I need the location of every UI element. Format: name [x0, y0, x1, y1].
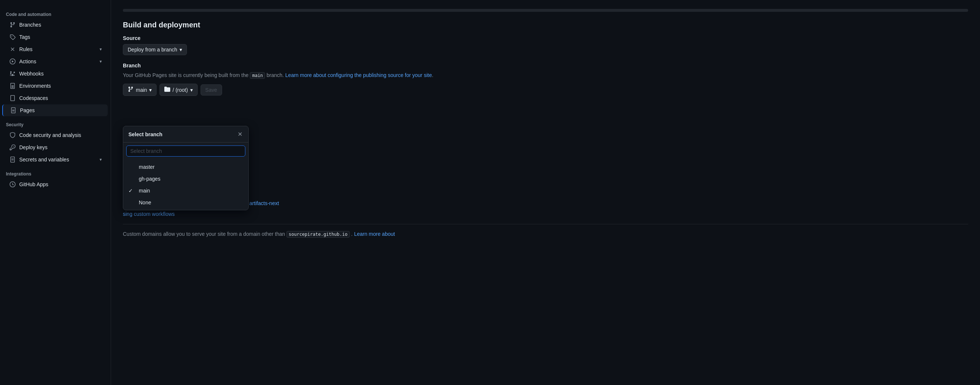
- dropdown-item-master[interactable]: master: [123, 161, 248, 173]
- sidebar-item-code-security-label: Code security and analysis: [19, 132, 102, 138]
- branch-controls: main ▾ / (root) ▾ Save: [123, 84, 968, 96]
- sidebar-item-code-security[interactable]: Code security and analysis: [3, 129, 108, 141]
- branches-icon: [9, 21, 16, 29]
- branch-search-input[interactable]: [126, 145, 245, 157]
- source-dropdown-chevron-icon: ▾: [180, 47, 182, 52]
- main-content: Build and deployment Source Deploy from …: [111, 0, 980, 385]
- sidebar-item-rules-label: Rules: [19, 46, 100, 52]
- dropdown-search: [123, 143, 248, 159]
- sidebar-item-webhooks[interactable]: Webhooks: [3, 68, 108, 80]
- sidebar-item-secrets-label: Secrets and variables: [19, 157, 100, 162]
- dropdown-item-master-label: master: [139, 164, 155, 170]
- select-branch-dropdown: Select branch ✕ master gh-pages ✓ main: [123, 126, 249, 210]
- branch-label: Branch: [123, 62, 968, 68]
- sidebar-item-github-apps[interactable]: GitHub Apps: [3, 178, 108, 190]
- branch-description-pre: Your GitHub Pages site is currently bein…: [123, 72, 249, 78]
- custom-domain-code: sourcepirate.github.io: [286, 231, 350, 238]
- actions-icon: [9, 58, 16, 65]
- secrets-icon: [9, 156, 16, 163]
- folder-icon: [164, 86, 170, 93]
- custom-domain-dot: .: [351, 231, 354, 237]
- dropdown-item-main-label: main: [139, 188, 150, 194]
- secrets-chevron-icon: ▾: [100, 157, 102, 162]
- sidebar-item-rules[interactable]: Rules ▾: [3, 43, 108, 55]
- sidebar-item-webhooks-label: Webhooks: [19, 71, 102, 76]
- codespaces-icon: [9, 94, 16, 102]
- dropdown-item-gh-pages[interactable]: gh-pages: [123, 173, 248, 185]
- sidebar-section-integrations: Integrations: [0, 169, 111, 178]
- sidebar-item-environments-label: Environments: [19, 83, 102, 89]
- branch-config-link[interactable]: Learn more about configuring the publish…: [285, 72, 432, 78]
- custom-domain-link[interactable]: Learn more about: [354, 231, 395, 237]
- page-title: Build and deployment: [123, 21, 968, 29]
- source-dropdown-button[interactable]: Deploy from a branch ▾: [123, 44, 187, 55]
- pages-icon: [10, 107, 17, 114]
- dropdown-close-button[interactable]: ✕: [237, 130, 243, 138]
- source-label: Source: [123, 35, 968, 41]
- dropdown-item-none[interactable]: None: [123, 197, 248, 208]
- sidebar-item-environments[interactable]: Environments: [3, 80, 108, 92]
- main-check-icon: ✓: [129, 188, 136, 194]
- custom-domain-text: Custom domains allow you to serve your s…: [123, 230, 968, 238]
- folder-btn-label: / (root): [172, 87, 188, 93]
- webhooks-icon: [9, 70, 16, 77]
- sidebar-item-branches-label: Branches: [19, 22, 102, 28]
- branch-btn-chevron-icon: ▾: [149, 87, 152, 93]
- branch-git-icon: [128, 86, 134, 93]
- sidebar-item-pages[interactable]: Pages: [2, 104, 108, 116]
- branch-section: Branch Your GitHub Pages site is current…: [123, 62, 968, 96]
- dropdown-item-none-label: None: [139, 199, 151, 205]
- branch-btn-label: main: [136, 87, 147, 93]
- sidebar-item-secrets-variables[interactable]: Secrets and variables ▾: [3, 154, 108, 165]
- close-icon: ✕: [238, 130, 242, 138]
- section-divider: [123, 224, 968, 224]
- actions-chevron-icon: ▾: [100, 59, 102, 64]
- dropdown-title: Select branch: [129, 131, 162, 137]
- sidebar-item-pages-label: Pages: [20, 107, 102, 113]
- key-icon: [9, 144, 16, 151]
- sidebar: Code and automation Branches Tags Rules …: [0, 0, 111, 385]
- save-btn-label: Save: [205, 87, 217, 93]
- sidebar-item-actions[interactable]: Actions ▾: [3, 56, 108, 67]
- environments-icon: [9, 82, 16, 89]
- source-dropdown-label: Deploy from a branch: [128, 47, 177, 52]
- sidebar-item-tags-label: Tags: [19, 34, 102, 40]
- sidebar-item-deploy-keys[interactable]: Deploy keys: [3, 142, 108, 153]
- sidebar-section-code-automation: Code and automation: [0, 9, 111, 19]
- custom-workflows-link[interactable]: sing custom workflows: [123, 211, 175, 217]
- tags-icon: [9, 33, 16, 41]
- branch-code: main: [250, 72, 265, 79]
- sidebar-item-tags[interactable]: Tags: [3, 31, 108, 43]
- dropdown-item-gh-pages-label: gh-pages: [139, 176, 160, 182]
- dropdown-list: master gh-pages ✓ main None: [123, 159, 248, 210]
- custom-domain-pre: Custom domains allow you to serve your s…: [123, 231, 227, 237]
- shield-icon: [9, 131, 16, 139]
- top-bar: [123, 9, 968, 12]
- sidebar-item-actions-label: Actions: [19, 59, 100, 64]
- folder-selector-button[interactable]: / (root) ▾: [159, 84, 197, 96]
- branch-description-post: branch.: [266, 72, 284, 78]
- sidebar-section-security: Security: [0, 119, 111, 129]
- branch-link-period: .: [432, 72, 433, 78]
- apps-icon: [9, 181, 16, 188]
- save-button[interactable]: Save: [200, 84, 222, 95]
- sidebar-item-deploy-keys-label: Deploy keys: [19, 145, 102, 150]
- sidebar-item-codespaces[interactable]: Codespaces: [3, 92, 108, 104]
- dropdown-item-main[interactable]: ✓ main: [123, 185, 248, 197]
- sidebar-item-codespaces-label: Codespaces: [19, 95, 102, 101]
- rules-icon: [9, 46, 16, 53]
- workflow-text: sing custom workflows: [123, 210, 968, 218]
- rules-chevron-icon: ▾: [100, 47, 102, 52]
- env-text: s environment by the pages build and dep…: [123, 199, 968, 207]
- custom-domain-from: from a domain other than: [227, 231, 286, 237]
- sidebar-item-github-apps-label: GitHub Apps: [19, 181, 102, 187]
- branch-description: Your GitHub Pages site is currently bein…: [123, 72, 968, 79]
- folder-btn-chevron-icon: ▾: [190, 87, 193, 93]
- sidebar-item-branches[interactable]: Branches: [3, 19, 108, 31]
- branch-selector-button[interactable]: main ▾: [123, 84, 156, 96]
- dropdown-header: Select branch ✕: [123, 126, 248, 143]
